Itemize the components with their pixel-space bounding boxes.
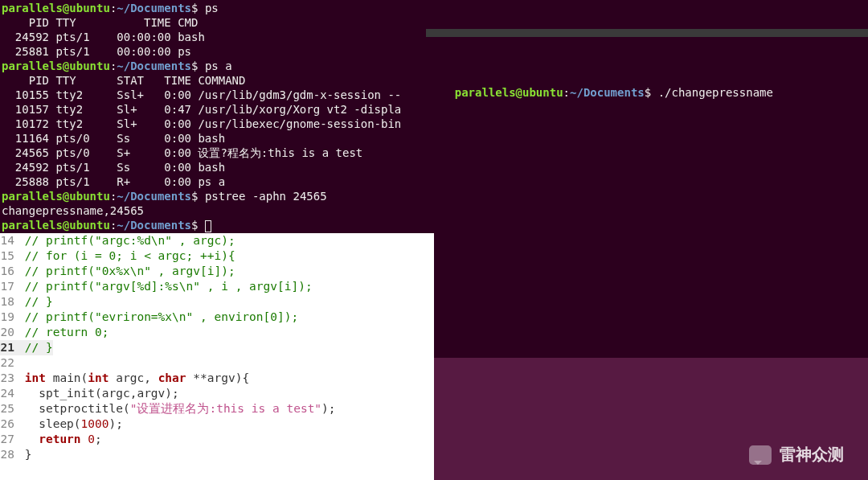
code-line[interactable]: 19 // printf("evriron=%x\n" , environ[0]… bbox=[0, 310, 434, 325]
terminal-left[interactable]: parallels@ubuntu:~/Documents$ ps PID TTY… bbox=[0, 0, 426, 233]
code-line[interactable]: 28 } bbox=[0, 447, 434, 462]
terminal-line: parallels@ubuntu:~/Documents$ bbox=[2, 218, 424, 232]
prompt-user: parallels bbox=[455, 86, 516, 99]
terminal-right-command bbox=[651, 86, 657, 99]
terminal-right[interactable]: parallels@ubuntu:~/Documents$ ./changepr… bbox=[426, 0, 868, 358]
terminal-cursor bbox=[205, 220, 211, 232]
code-line[interactable]: 18 // } bbox=[0, 294, 434, 310]
code-text bbox=[18, 355, 25, 371]
terminal-output-line: changepressname,24565 bbox=[2, 203, 424, 218]
code-text: sleep(1000); bbox=[18, 416, 123, 432]
command-text: pstree -aphn 24565 bbox=[205, 190, 327, 203]
code-text: int main(int argc, char **argv){ bbox=[18, 371, 249, 386]
wechat-icon bbox=[749, 445, 772, 465]
terminal-output-line: 24565 pts/0 S+ 0:00 设置?程名为:this is a tes… bbox=[2, 146, 424, 160]
code-line[interactable]: 24 spt_init(argc,argv); bbox=[0, 386, 434, 401]
code-text: // for (i = 0; i < argc; ++i){ bbox=[18, 248, 235, 264]
code-text: // printf("argv[%d]:%s\n" , i , argv[i])… bbox=[18, 279, 313, 294]
code-text: // } bbox=[18, 340, 53, 355]
line-number: 17 bbox=[0, 279, 18, 294]
line-number: 28 bbox=[0, 447, 18, 462]
line-number: 21 bbox=[0, 340, 18, 355]
terminal-output-line: 24592 pts/1 Ss 0:00 bash bbox=[2, 160, 424, 174]
code-line[interactable]: 21 // } bbox=[0, 340, 434, 355]
command-text: ./changepressname bbox=[658, 86, 773, 99]
terminal-output-line: 10155 tty2 Ssl+ 0:00 /usr/lib/gdm3/gdm-x… bbox=[2, 88, 424, 102]
line-number: 23 bbox=[0, 371, 18, 386]
terminal-output-line: 24592 pts/1 00:00:00 bash bbox=[2, 30, 424, 44]
code-text: // printf("argc:%d\n" , argc); bbox=[18, 233, 235, 248]
line-number: 24 bbox=[0, 386, 18, 401]
line-number: 16 bbox=[0, 264, 18, 279]
line-number: 25 bbox=[0, 401, 18, 416]
terminal-output-line: 11164 pts/0 Ss 0:00 bash bbox=[2, 131, 424, 146]
code-text: spt_init(argc,argv); bbox=[18, 386, 179, 401]
terminal-output-line: PID TTY TIME CMD bbox=[2, 15, 424, 30]
prompt-dollar: $ bbox=[645, 86, 651, 99]
prompt-at: @ bbox=[516, 86, 522, 99]
code-editor[interactable]: 14 // printf("argc:%d\n" , argc);15 // f… bbox=[0, 233, 434, 480]
code-line[interactable]: 25 setproctitle("设置进程名为:this is a test")… bbox=[0, 401, 434, 416]
line-number: 26 bbox=[0, 416, 18, 432]
terminal-right-body[interactable]: parallels@ubuntu:~/Documents$ ./changepr… bbox=[426, 66, 868, 119]
code-line[interactable]: 26 sleep(1000); bbox=[0, 416, 434, 432]
line-number: 19 bbox=[0, 310, 18, 325]
terminal-line: parallels@ubuntu:~/Documents$ ps a bbox=[2, 59, 424, 73]
prompt-path: ~/Documents bbox=[570, 86, 645, 99]
code-line[interactable]: 27 return 0; bbox=[0, 432, 434, 447]
code-line[interactable]: 22 bbox=[0, 355, 434, 371]
terminal-output-line: 25881 pts/1 00:00:00 ps bbox=[2, 44, 424, 59]
terminal-line: parallels@ubuntu:~/Documents$ pstree -ap… bbox=[2, 189, 424, 203]
code-text: return 0; bbox=[18, 432, 102, 447]
watermark: 雷神众测 bbox=[749, 444, 844, 466]
code-text: // printf("0x%x\n" , argv[i]); bbox=[18, 264, 235, 279]
line-number: 14 bbox=[0, 233, 18, 248]
prompt-colon: : bbox=[563, 86, 570, 99]
code-text: } bbox=[18, 447, 31, 462]
command-text: ps a bbox=[205, 59, 232, 72]
command-text: ps bbox=[205, 2, 219, 14]
terminal-output-line: 25888 pts/1 R+ 0:00 ps a bbox=[2, 174, 424, 189]
line-number: 15 bbox=[0, 248, 18, 264]
line-number: 27 bbox=[0, 432, 18, 447]
terminal-output-line: PID TTY STAT TIME COMMAND bbox=[2, 73, 424, 88]
terminal-line: parallels@ubuntu:~/Documents$ ps bbox=[2, 1, 424, 15]
code-line[interactable]: 23 int main(int argc, char **argv){ bbox=[0, 371, 434, 386]
line-number: 20 bbox=[0, 325, 18, 340]
line-number: 18 bbox=[0, 294, 18, 310]
line-number: 22 bbox=[0, 355, 18, 371]
code-text: // printf("evriron=%x\n" , environ[0]); bbox=[18, 310, 298, 325]
terminal-right-titlebar bbox=[426, 29, 868, 37]
code-text: // return 0; bbox=[18, 325, 109, 340]
prompt-host: ubuntu bbox=[522, 86, 563, 99]
code-line[interactable]: 16 // printf("0x%x\n" , argv[i]); bbox=[0, 264, 434, 279]
watermark-text: 雷神众测 bbox=[780, 444, 844, 466]
terminal-output-line: 10172 tty2 Sl+ 0:00 /usr/libexec/gnome-s… bbox=[2, 117, 424, 131]
code-text: // } bbox=[18, 294, 53, 310]
code-line[interactable]: 20 // return 0; bbox=[0, 325, 434, 340]
code-line[interactable]: 17 // printf("argv[%d]:%s\n" , i , argv[… bbox=[0, 279, 434, 294]
code-line[interactable]: 15 // for (i = 0; i < argc; ++i){ bbox=[0, 248, 434, 264]
terminal-output-line: 10157 tty2 Sl+ 0:47 /usr/lib/xorg/Xorg v… bbox=[2, 102, 424, 117]
code-line[interactable]: 14 // printf("argc:%d\n" , argc); bbox=[0, 233, 434, 248]
code-text: setproctitle("设置进程名为:this is a test"); bbox=[18, 401, 336, 416]
